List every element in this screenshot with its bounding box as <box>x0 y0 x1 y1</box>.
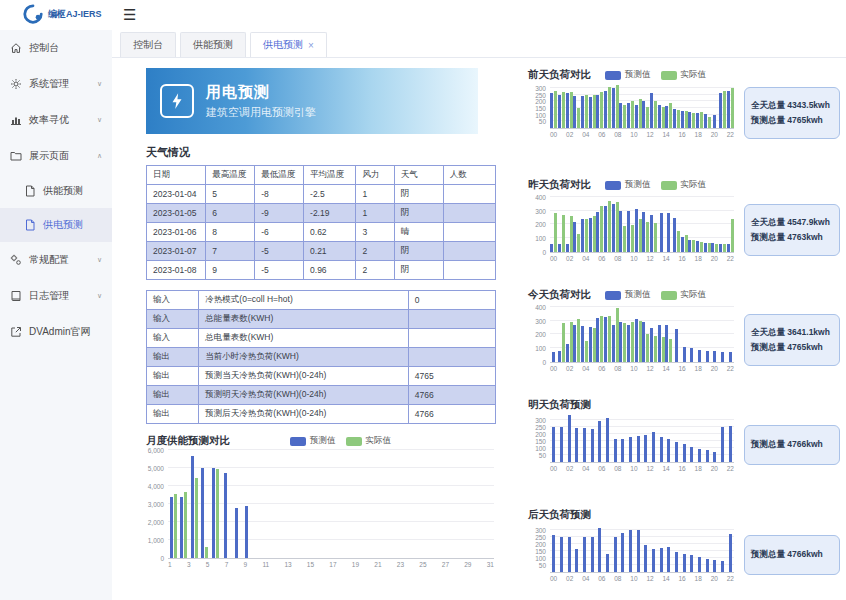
bar-group[interactable] <box>673 415 681 462</box>
bar-group[interactable] <box>619 415 627 462</box>
bar-group[interactable] <box>703 85 711 128</box>
bar-group[interactable] <box>242 451 253 558</box>
tab-供能预测[interactable]: 供能预测 <box>180 32 246 57</box>
bar-group[interactable] <box>588 525 596 572</box>
bar-group[interactable] <box>711 85 719 128</box>
bar-group[interactable] <box>688 415 696 462</box>
bar-group[interactable] <box>565 195 573 252</box>
legend-item[interactable]: 预测值 <box>290 435 336 447</box>
bar-group[interactable] <box>642 525 650 572</box>
bar-group[interactable] <box>680 305 688 362</box>
bar-group[interactable] <box>719 415 727 462</box>
bar-group[interactable] <box>410 451 421 558</box>
bar-group[interactable] <box>252 451 263 558</box>
bar-group[interactable] <box>688 85 696 128</box>
bar-group[interactable] <box>558 415 566 462</box>
bar-group[interactable] <box>550 85 558 128</box>
bar-group[interactable] <box>389 451 400 558</box>
bar-group[interactable] <box>726 415 734 462</box>
legend-item[interactable]: 预测值 <box>605 289 651 301</box>
legend-item[interactable]: 预测值 <box>605 69 651 81</box>
bar-group[interactable] <box>315 451 326 558</box>
bar-group[interactable] <box>431 451 442 558</box>
bar-group[interactable] <box>558 85 566 128</box>
legend-item[interactable]: 实际值 <box>346 435 392 447</box>
bar-group[interactable] <box>604 195 612 252</box>
bar-group[interactable] <box>719 85 727 128</box>
bar-group[interactable] <box>696 525 704 572</box>
bar-group[interactable] <box>657 415 665 462</box>
bar-group[interactable] <box>711 525 719 572</box>
bar-group[interactable] <box>565 85 573 128</box>
bar-group[interactable] <box>326 451 337 558</box>
bar-group[interactable] <box>619 305 627 362</box>
bar-group[interactable] <box>719 525 727 572</box>
bar-group[interactable] <box>550 525 558 572</box>
bar-group[interactable] <box>726 305 734 362</box>
bar-group[interactable] <box>588 85 596 128</box>
sidebar-item-DVAdmin官网[interactable]: DVAdmin官网 <box>0 314 112 350</box>
bar-group[interactable] <box>657 195 665 252</box>
close-tab-icon[interactable]: × <box>308 40 314 51</box>
bar-group[interactable] <box>368 451 379 558</box>
bar-group[interactable] <box>357 451 368 558</box>
bar-group[interactable] <box>688 305 696 362</box>
bar-group[interactable] <box>581 305 589 362</box>
bar-group[interactable] <box>336 451 347 558</box>
legend-item[interactable]: 实际值 <box>661 69 707 81</box>
bar-group[interactable] <box>604 415 612 462</box>
bar-group[interactable] <box>473 451 484 558</box>
bar-group[interactable] <box>273 451 284 558</box>
bar-group[interactable] <box>565 305 573 362</box>
bar-group[interactable] <box>462 451 473 558</box>
bar-group[interactable] <box>483 451 494 558</box>
bar-group[interactable] <box>284 451 295 558</box>
bar-group[interactable] <box>703 195 711 252</box>
bar-group[interactable] <box>596 85 604 128</box>
bar-group[interactable] <box>619 85 627 128</box>
bar-group[interactable] <box>650 195 658 252</box>
sidebar-item-供能预测[interactable]: 供能预测 <box>0 174 112 208</box>
bar-group[interactable] <box>611 195 619 252</box>
bar-group[interactable] <box>665 305 673 362</box>
bar-group[interactable] <box>550 305 558 362</box>
bar-group[interactable] <box>604 305 612 362</box>
bar-group[interactable] <box>611 305 619 362</box>
bar-group[interactable] <box>588 195 596 252</box>
bar-group[interactable] <box>703 305 711 362</box>
legend-item[interactable]: 实际值 <box>661 179 707 191</box>
bar-group[interactable] <box>168 451 179 558</box>
bar-group[interactable] <box>657 85 665 128</box>
bar-group[interactable] <box>657 305 665 362</box>
bar-group[interactable] <box>688 525 696 572</box>
bar-group[interactable] <box>596 525 604 572</box>
bar-group[interactable] <box>657 525 665 572</box>
bar-group[interactable] <box>627 525 635 572</box>
bar-group[interactable] <box>179 451 190 558</box>
hamburger-menu-icon[interactable]: ☰ <box>123 7 136 22</box>
bar-group[interactable] <box>573 85 581 128</box>
bar-group[interactable] <box>581 195 589 252</box>
bar-group[interactable] <box>711 305 719 362</box>
bar-group[interactable] <box>726 525 734 572</box>
bar-group[interactable] <box>634 525 642 572</box>
bar-group[interactable] <box>210 451 221 558</box>
bar-group[interactable] <box>588 415 596 462</box>
bar-group[interactable] <box>596 415 604 462</box>
bar-group[interactable] <box>611 85 619 128</box>
bar-group[interactable] <box>441 451 452 558</box>
sidebar-item-供电预测[interactable]: 供电预测 <box>0 208 112 242</box>
bar-group[interactable] <box>305 451 316 558</box>
bar-group[interactable] <box>680 195 688 252</box>
bar-group[interactable] <box>627 85 635 128</box>
sidebar-item-控制台[interactable]: 控制台 <box>0 30 112 66</box>
bar-group[interactable] <box>696 305 704 362</box>
bar-group[interactable] <box>703 525 711 572</box>
bar-group[interactable] <box>711 415 719 462</box>
legend-item[interactable]: 预测值 <box>605 179 651 191</box>
bar-group[interactable] <box>665 525 673 572</box>
bar-group[interactable] <box>611 525 619 572</box>
bar-group[interactable] <box>634 85 642 128</box>
bar-group[interactable] <box>726 85 734 128</box>
bar-group[interactable] <box>294 451 305 558</box>
